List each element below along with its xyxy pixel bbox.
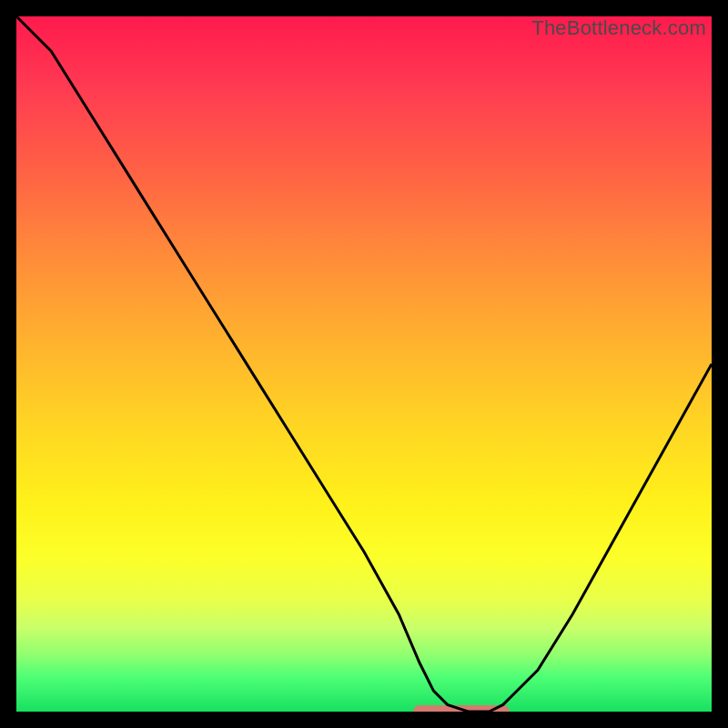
- chart-svg: [16, 16, 712, 712]
- chart-plot-area: TheBottleneck.com: [16, 16, 712, 712]
- bottleneck-curve: [16, 16, 712, 712]
